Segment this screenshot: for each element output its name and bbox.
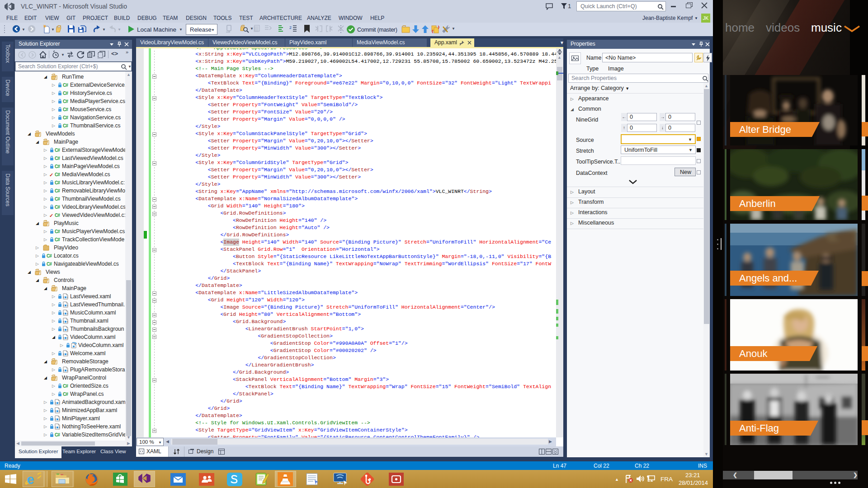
svg-text:e: e [27, 472, 34, 487]
svg-text:2: 2 [289, 25, 292, 30]
